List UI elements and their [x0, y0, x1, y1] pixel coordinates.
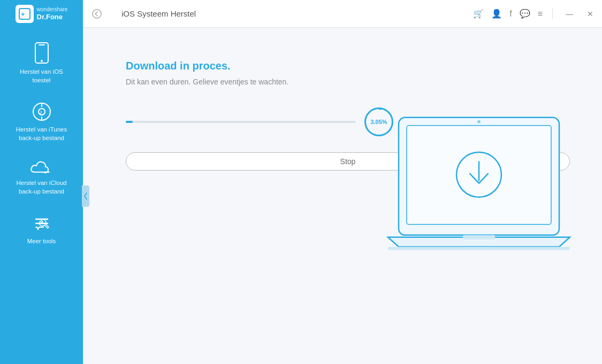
progress-bar — [126, 121, 356, 123]
cloud-icon — [30, 159, 54, 175]
phone-icon — [32, 42, 52, 64]
svg-rect-4 — [39, 44, 45, 45]
sidebar-label-tools: Meer tools — [27, 237, 56, 245]
sidebar-item-itunes[interactable]: ♪ Herstel van iTunesback-up bestand — [0, 93, 83, 151]
sidebar-label-ios-device: Herstel van iOStoestel — [20, 67, 63, 84]
content-area: Download in proces. Dit kan even duren. … — [83, 28, 602, 364]
sidebar: Herstel van iOStoestel ♪ Herstel van iTu… — [0, 28, 83, 364]
tools-icon — [32, 213, 52, 234]
sidebar-item-ios-device[interactable]: Herstel van iOStoestel — [0, 33, 83, 93]
menu-icon[interactable]: ≡ — [538, 9, 543, 19]
minimize-button[interactable]: — — [562, 10, 576, 18]
laptop-illustration — [377, 106, 581, 269]
facebook-icon[interactable]: f — [509, 9, 512, 19]
close-button[interactable]: ✕ — [584, 10, 597, 18]
app-logo: + wondershare Dr.Fone — [0, 0, 83, 28]
music-icon: ♪ — [32, 102, 52, 122]
page-title: iOS Systeem Herstel — [111, 9, 473, 18]
svg-point-2 — [93, 10, 101, 18]
svg-point-5 — [41, 60, 43, 62]
svg-text:+: + — [21, 10, 25, 18]
sidebar-item-tools[interactable]: Meer tools — [0, 205, 83, 254]
back-button[interactable] — [83, 9, 111, 19]
cart-icon[interactable]: 🛒 — [473, 9, 484, 19]
logo-text: wondershare Dr.Fone — [37, 6, 68, 21]
sidebar-collapse-button[interactable] — [82, 185, 89, 207]
download-subtitle: Dit kan even duren. Gelieve eventjes te … — [126, 78, 570, 86]
user-icon[interactable]: 👤 — [491, 9, 502, 19]
laptop-svg — [377, 106, 581, 267]
svg-text:♪: ♪ — [39, 108, 43, 116]
logo-icon: + — [16, 5, 34, 23]
titlebar-actions: 🛒 👤 f 💬 ≡ — ✕ — [473, 9, 602, 19]
divider — [552, 9, 553, 19]
progress-section: 3.05% — [126, 107, 393, 136]
svg-point-15 — [477, 120, 481, 123]
feedback-icon[interactable]: 💬 — [520, 9, 530, 19]
sidebar-label-itunes: Herstel van iTunesback-up bestand — [16, 125, 67, 142]
main-layout: Herstel van iOStoestel ♪ Herstel van iTu… — [0, 28, 602, 364]
progress-fill — [126, 121, 133, 123]
titlebar: + wondershare Dr.Fone iOS Systeem Herste… — [0, 0, 602, 28]
sidebar-label-icloud: Herstel van iCloudback-up bestand — [17, 179, 67, 196]
sidebar-item-icloud[interactable]: Herstel van iCloudback-up bestand — [0, 151, 83, 204]
download-title: Download in proces. — [126, 60, 570, 72]
svg-rect-18 — [463, 235, 495, 239]
svg-rect-19 — [388, 246, 570, 250]
